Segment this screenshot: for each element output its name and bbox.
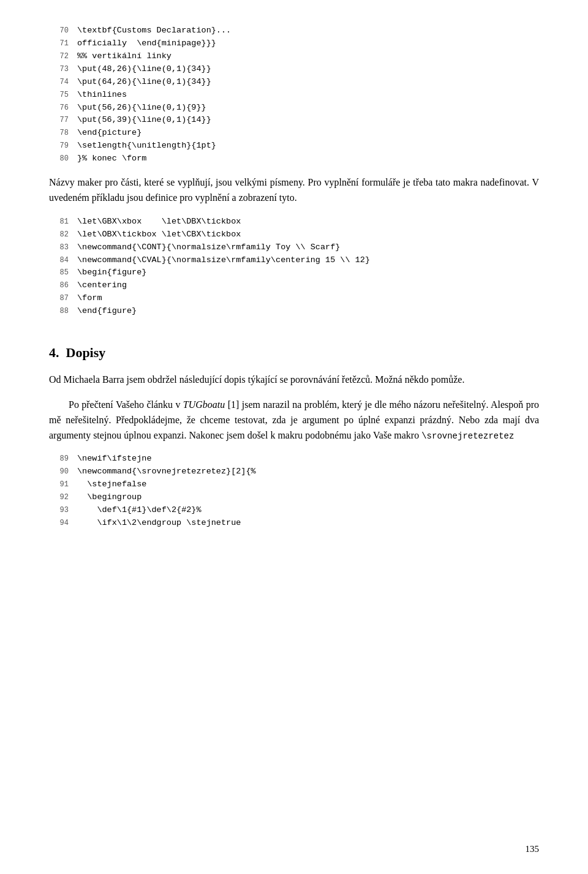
- code-line: 94 \ifx\1\2\endgroup \stejnetrue: [49, 517, 539, 530]
- code-block-1: 70 \textbf{Customs Declaration}... 71 of…: [49, 24, 539, 165]
- prose-block-2: Od Michaela Barra jsem obdržel následují…: [49, 372, 539, 388]
- section-number: 4. Dopisy: [49, 345, 105, 360]
- inline-code-srovnej: \srovnejretezretez: [421, 431, 514, 441]
- code-line: 78 \end{picture}: [49, 127, 539, 140]
- code-line: 86 \centering: [49, 279, 539, 292]
- code-line: 89 \newif\ifstejne: [49, 453, 539, 465]
- prose-block-3: Po přečtení Vašeho článku v TUGboatu [1]…: [49, 397, 539, 443]
- code-line: 71 officially \end{minipage}}}: [49, 37, 539, 50]
- code-line: 80 }% konec \form: [49, 153, 539, 165]
- code-block-2: 81 \let\GBX\xbox \let\DBX\tickbox 82 \le…: [49, 216, 539, 318]
- code-line: 90 \newcommand{\srovnejretezretez}[2]{%: [49, 465, 539, 478]
- code-line: 73 \put(48,26){\line(0,1){34}}: [49, 63, 539, 76]
- section-4-heading: 4. Dopisy: [49, 342, 539, 363]
- code-line: 79 \setlength{\unitlength}{1pt}: [49, 140, 539, 153]
- code-line: 82 \let\OBX\tickbox \let\CBX\tickbox: [49, 228, 539, 241]
- code-line: 81 \let\GBX\xbox \let\DBX\tickbox: [49, 216, 539, 228]
- code-line: 92 \begingroup: [49, 491, 539, 504]
- code-line: 85 \begin{figure}: [49, 266, 539, 279]
- page-number: 135: [526, 842, 540, 856]
- code-line: 76 \put(56,26){\line(0,1){9}}: [49, 102, 539, 115]
- prose-block-1: Názvy maker pro části, které se vyplňují…: [49, 175, 539, 206]
- code-line: 87 \form: [49, 292, 539, 305]
- code-line: 83 \newcommand{\CONT}{\normalsize\rmfami…: [49, 241, 539, 254]
- code-line: 91 \stejnefalse: [49, 478, 539, 491]
- code-line: 77 \put(56,39){\line(0,1){14}}: [49, 114, 539, 127]
- code-line: 72 %% vertikální linky: [49, 50, 539, 63]
- code-block-3: 89 \newif\ifstejne 90 \newcommand{\srovn…: [49, 453, 539, 530]
- code-line: 88 \end{figure}: [49, 305, 539, 318]
- code-line: 70 \textbf{Customs Declaration}...: [49, 24, 539, 37]
- code-line: 84 \newcommand{\CVAL}{\normalsize\rmfami…: [49, 254, 539, 267]
- code-line: 93 \def\1{#1}\def\2{#2}%: [49, 504, 539, 517]
- code-line: 74 \put(64,26){\line(0,1){34}}: [49, 76, 539, 89]
- code-line: 75 \thinlines: [49, 89, 539, 102]
- italic-text: TUGboatu: [183, 399, 225, 410]
